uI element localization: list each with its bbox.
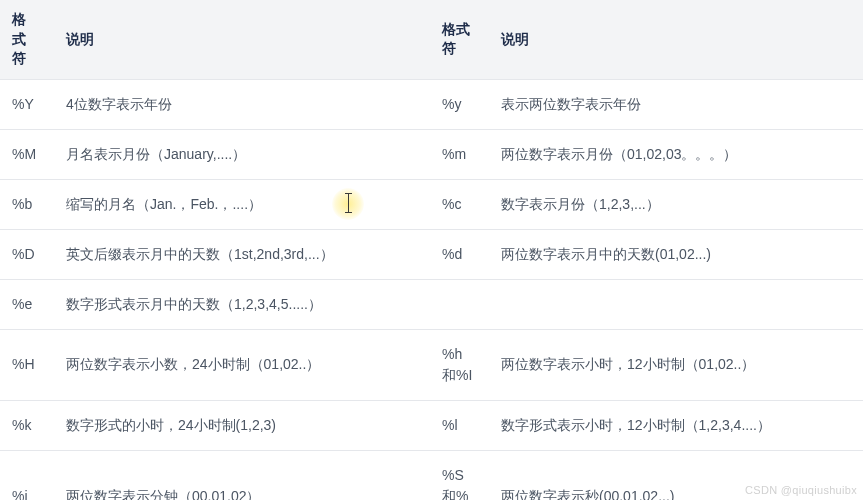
format-cell: %e: [0, 279, 50, 329]
format-cell: %h和%I: [430, 329, 485, 400]
table-row: %k 数字形式的小时，24小时制(1,2,3) %l 数字形式表示小时，12小时…: [0, 400, 863, 450]
format-cell: %b: [0, 179, 50, 229]
table-header-row: 格式符 说明 格式符 说明: [0, 0, 863, 79]
format-cell: %D: [0, 229, 50, 279]
description-cell: 缩写的月名（Jan.，Feb.，....）: [50, 179, 430, 229]
table-row: %i 两位数字表示分钟（00,01,02） %S和%s 两位数字表示秒(00,0…: [0, 450, 863, 500]
description-text: 缩写的月名（Jan.，Feb.，....）: [66, 196, 262, 212]
header-description-2: 说明: [485, 0, 863, 79]
table-row: %M 月名表示月份（January,....） %m 两位数字表示月份（01,0…: [0, 129, 863, 179]
description-cell: 4位数字表示年份: [50, 79, 430, 129]
description-cell: 两位数字表示分钟（00,01,02）: [50, 450, 430, 500]
format-cell: %l: [430, 400, 485, 450]
header-description-1: 说明: [50, 0, 430, 79]
format-cell: %d: [430, 229, 485, 279]
cursor-highlight-icon: [332, 188, 364, 220]
description-cell: 两位数字表示月份（01,02,03。。。）: [485, 129, 863, 179]
format-cell: %i: [0, 450, 50, 500]
description-cell: 英文后缀表示月中的天数（1st,2nd,3rd,...）: [50, 229, 430, 279]
description-cell: 数字形式表示小时，12小时制（1,2,3,4....）: [485, 400, 863, 450]
format-specifier-table: 格式符 说明 格式符 说明 %Y 4位数字表示年份 %y 表示两位数字表示年份 …: [0, 0, 863, 500]
description-cell: 数字表示月份（1,2,3,...）: [485, 179, 863, 229]
description-cell: 数字形式的小时，24小时制(1,2,3): [50, 400, 430, 450]
table-row: %Y 4位数字表示年份 %y 表示两位数字表示年份: [0, 79, 863, 129]
header-format-2: 格式符: [430, 0, 485, 79]
description-cell: 数字形式表示月中的天数（1,2,3,4,5.....）: [50, 279, 430, 329]
format-cell: %Y: [0, 79, 50, 129]
format-cell: %M: [0, 129, 50, 179]
header-format-1: 格式符: [0, 0, 50, 79]
format-cell: %S和%s: [430, 450, 485, 500]
format-cell: %y: [430, 79, 485, 129]
table-row: %b 缩写的月名（Jan.，Feb.，....） %c 数字表示月份（1,2,3…: [0, 179, 863, 229]
table-row: %H 两位数字表示小数，24小时制（01,02..） %h和%I 两位数字表示小…: [0, 329, 863, 400]
table-row: %D 英文后缀表示月中的天数（1st,2nd,3rd,...） %d 两位数字表…: [0, 229, 863, 279]
table-row: %e 数字形式表示月中的天数（1,2,3,4,5.....）: [0, 279, 863, 329]
description-cell: 两位数字表示小时，12小时制（01,02..）: [485, 329, 863, 400]
description-cell: 两位数字表示小数，24小时制（01,02..）: [50, 329, 430, 400]
text-cursor-icon: [345, 194, 353, 212]
description-cell: 月名表示月份（January,....）: [50, 129, 430, 179]
format-cell: [430, 279, 485, 329]
format-cell: %c: [430, 179, 485, 229]
format-cell: %k: [0, 400, 50, 450]
description-cell: 两位数字表示秒(00,01,02...): [485, 450, 863, 500]
description-cell: 两位数字表示月中的天数(01,02...): [485, 229, 863, 279]
description-cell: [485, 279, 863, 329]
format-cell: %m: [430, 129, 485, 179]
format-cell: %H: [0, 329, 50, 400]
description-cell: 表示两位数字表示年份: [485, 79, 863, 129]
